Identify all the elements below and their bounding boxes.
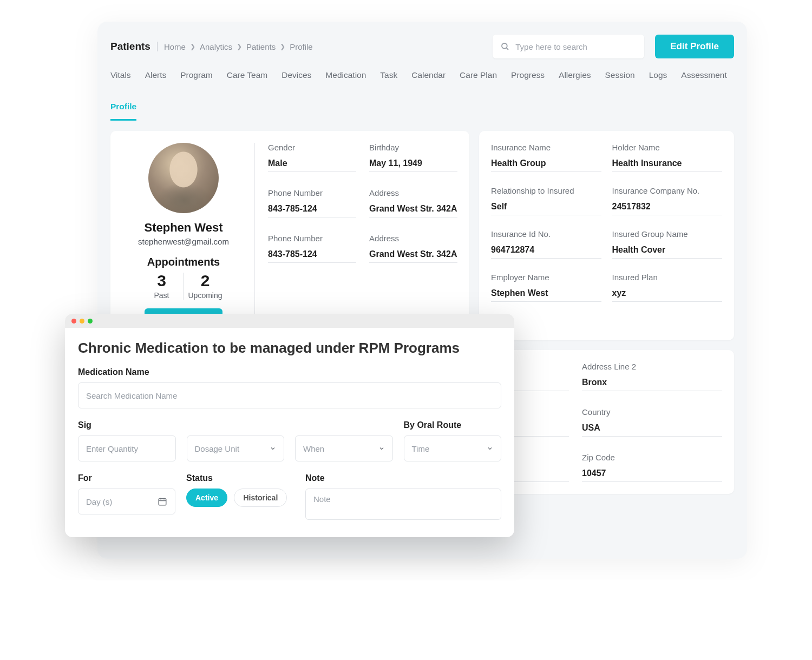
field-value: USA xyxy=(582,423,722,437)
field-value: Self xyxy=(491,202,601,215)
field-value: 843-785-124 xyxy=(268,204,356,217)
tab-care-team[interactable]: Care Team xyxy=(227,70,268,88)
separator xyxy=(157,42,158,51)
svg-line-1 xyxy=(507,48,509,50)
field: Insured Planxyz xyxy=(612,273,722,302)
field-value: Health Insurance xyxy=(612,159,722,172)
tab-profile[interactable]: Profile xyxy=(110,102,136,121)
tab-task[interactable]: Task xyxy=(380,70,397,88)
when-placeholder: When xyxy=(303,444,324,453)
past-count: 3 xyxy=(145,273,179,289)
calendar-icon xyxy=(158,497,167,506)
note-label: Note xyxy=(305,473,501,483)
field-label: Phone Number xyxy=(268,234,356,243)
upcoming-count: 2 xyxy=(188,273,222,289)
medication-name-input[interactable] xyxy=(78,382,501,408)
profile-column: Stephen West stephenwest@gmail.com Appoi… xyxy=(122,143,255,328)
field: Insurance NameHealth Group xyxy=(491,143,601,172)
chevron-right-icon: ❯ xyxy=(237,43,242,50)
field-label: Phone Number xyxy=(268,188,356,197)
quantity-input[interactable] xyxy=(78,435,176,461)
field-value: Health Group xyxy=(491,159,601,172)
tab-devices[interactable]: Devices xyxy=(281,70,311,88)
field: CountryUSA xyxy=(582,407,722,437)
tab-care-plan[interactable]: Care Plan xyxy=(460,70,497,88)
tab-assessment[interactable]: Assessment xyxy=(681,70,726,88)
search-icon xyxy=(500,42,510,51)
crumb-patients[interactable]: Patients xyxy=(246,42,276,51)
for-days-input[interactable] xyxy=(78,489,175,514)
status-active-pill[interactable]: Active xyxy=(186,489,227,507)
past-label: Past xyxy=(145,291,179,300)
appointments-row: 3 Past 2 Upcoming xyxy=(122,273,245,300)
field-label: Relationship to Insured xyxy=(491,186,601,195)
field-value: xyz xyxy=(612,288,722,302)
field: Phone Number843-785-124 xyxy=(268,234,356,263)
window-titlebar xyxy=(65,314,514,328)
insurance-card: Insurance NameHealth GroupHolder NameHea… xyxy=(479,131,734,340)
appointments-label: Appointments xyxy=(122,256,245,268)
status-label: Status xyxy=(186,473,294,483)
for-label: For xyxy=(78,473,175,483)
chevron-right-icon: ❯ xyxy=(190,43,195,50)
field-label: Address xyxy=(369,234,457,243)
field: Insurance Id No.964712874 xyxy=(491,229,601,259)
tab-alerts[interactable]: Alerts xyxy=(145,70,167,88)
search-field[interactable] xyxy=(515,42,637,51)
svg-rect-2 xyxy=(159,499,166,505)
field: Zip Code10457 xyxy=(582,453,722,482)
tab-program[interactable]: Program xyxy=(180,70,212,88)
field-value: Health Cover xyxy=(612,245,722,259)
tab-calendar[interactable]: Calendar xyxy=(411,70,446,88)
avatar xyxy=(148,143,219,213)
field-label: Insurance Company No. xyxy=(612,186,722,195)
field-value: Grand West Str. 342A xyxy=(369,204,457,217)
upcoming-label: Upcoming xyxy=(188,291,222,300)
when-select[interactable]: When xyxy=(295,435,393,461)
field-label: Birthday xyxy=(369,143,457,152)
field-value: 843-785-124 xyxy=(268,249,356,263)
maximize-icon[interactable] xyxy=(88,319,93,324)
chevron-right-icon: ❯ xyxy=(280,43,285,50)
field-label: Insured Plan xyxy=(612,273,722,282)
crumb-home[interactable]: Home xyxy=(164,42,186,51)
field: Employer NameStephen West xyxy=(491,273,601,302)
chevron-down-icon xyxy=(270,445,276,452)
status-historical-pill[interactable]: Historical xyxy=(234,489,287,507)
medication-name-field[interactable] xyxy=(86,391,493,400)
tab-progress[interactable]: Progress xyxy=(511,70,545,88)
field: AddressGrand West Str. 342A xyxy=(369,234,457,263)
tab-session[interactable]: Session xyxy=(605,70,635,88)
quantity-field[interactable] xyxy=(86,444,168,453)
field: Address Line 2Bronx xyxy=(582,362,722,391)
chevron-down-icon xyxy=(487,445,493,452)
crumb-analytics[interactable]: Analytics xyxy=(200,42,232,51)
dosage-unit-select[interactable]: Dosage Unit xyxy=(187,435,285,461)
search-input[interactable] xyxy=(493,35,644,58)
note-textarea[interactable] xyxy=(305,489,501,520)
tab-logs[interactable]: Logs xyxy=(649,70,667,88)
minimize-icon[interactable] xyxy=(80,319,84,324)
time-select[interactable]: Time xyxy=(404,435,502,461)
field-label: Gender xyxy=(268,143,356,152)
field-label: Insurance Name xyxy=(491,143,601,152)
crumb-profile[interactable]: Profile xyxy=(290,42,313,51)
field: Insured Group NameHealth Cover xyxy=(612,229,722,259)
field-label: Holder Name xyxy=(612,143,722,152)
tab-medication[interactable]: Medication xyxy=(325,70,366,88)
tab-bar: VitalsAlertsProgramCare TeamDevicesMedic… xyxy=(97,70,747,121)
svg-point-0 xyxy=(502,43,507,49)
tab-vitals[interactable]: Vitals xyxy=(110,70,131,88)
field-label: Country xyxy=(582,407,722,417)
field: Phone Number843-785-124 xyxy=(268,188,356,217)
for-days-field[interactable] xyxy=(86,497,158,506)
chevron-down-icon xyxy=(378,445,385,452)
edit-profile-button[interactable]: Edit Profile xyxy=(655,35,734,58)
field-label: Address Line 2 xyxy=(582,362,722,371)
tab-allergies[interactable]: Allergies xyxy=(559,70,591,88)
close-icon[interactable] xyxy=(71,319,76,324)
field: BirthdayMay 11, 1949 xyxy=(369,143,457,172)
field: Holder NameHealth Insurance xyxy=(612,143,722,172)
field-value: Bronx xyxy=(582,378,722,391)
field-value: Stephen West xyxy=(491,288,601,302)
